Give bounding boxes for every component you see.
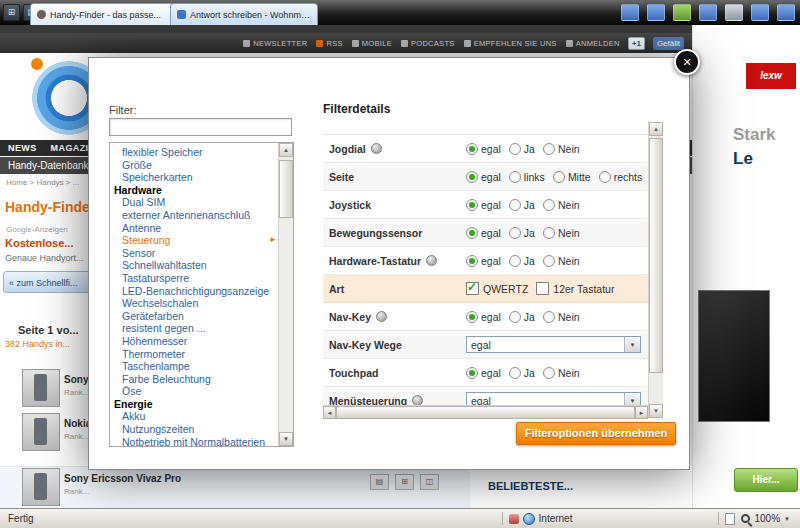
filter-search-input[interactable] [109, 118, 292, 136]
radio-option-joystick-egal[interactable]: egal [466, 199, 501, 211]
radio-option-nav-key-ja[interactable]: Ja [509, 311, 535, 323]
radio-option-touchpad-nein[interactable]: Nein [543, 367, 580, 379]
details-scroll-down-icon[interactable]: ▼ [649, 404, 663, 418]
radio-option-seite-rechts[interactable]: rechts [599, 171, 643, 183]
radio-option-jogdial-ja[interactable]: Ja [509, 143, 535, 155]
checkbox-option-12er-tastatur[interactable]: 12er Tastatur [536, 282, 614, 295]
titlebar-button-5[interactable] [725, 4, 743, 21]
filter-category-led-benachrichtigungsanzeige[interactable]: LED-Benachrichtigungsanzeige [110, 285, 278, 298]
zoom-control[interactable]: 100% ▼ [739, 513, 792, 524]
filter-category-nutzungszeiten[interactable]: Nutzungszeiten [110, 423, 278, 436]
compare-view-icon[interactable]: ◫ [420, 474, 439, 490]
zoom-dropdown-icon[interactable]: ▼ [784, 516, 790, 522]
plusone-button[interactable]: +1 [628, 37, 645, 50]
ad-cta-button[interactable]: Hier... [734, 468, 798, 492]
filter-category-steuerung[interactable]: ►Steuerung [110, 234, 278, 247]
filter-category-antenne[interactable]: Antenne [110, 222, 278, 235]
filter-category-tastatursperre[interactable]: Tastatursperre [110, 272, 278, 285]
list-scrollbar[interactable]: ▲ ▼ [278, 143, 293, 446]
radio-option-jogdial-nein[interactable]: Nein [543, 143, 580, 155]
filter-category-sensor[interactable]: Sensor [110, 247, 278, 260]
radio-option-joystick-ja[interactable]: Ja [509, 199, 535, 211]
checkbox-checked-icon[interactable] [466, 282, 479, 295]
radio-icon[interactable] [509, 199, 521, 211]
radio-selected-icon[interactable] [466, 367, 478, 379]
radio-selected-icon[interactable] [466, 143, 478, 155]
list-view-icon[interactable]: ▤ [370, 474, 389, 490]
grid-view-icon[interactable]: ⊞ [395, 474, 414, 490]
utility-link-newsletter[interactable]: NEWSLETTER [243, 39, 307, 48]
radio-option-nav-key-nein[interactable]: Nein [543, 311, 580, 323]
titlebar-button-2[interactable] [647, 4, 665, 21]
radio-icon[interactable] [543, 143, 555, 155]
close-icon[interactable]: ✕ [674, 49, 700, 75]
details-hscrollbar-thumb[interactable] [336, 406, 635, 419]
titlebar-button-6[interactable] [751, 4, 769, 21]
filter-category-flexibler-speicher[interactable]: flexibler Speicher [110, 146, 278, 159]
list-scrollbar-thumb[interactable] [279, 160, 293, 218]
titlebar-button-1[interactable] [621, 4, 639, 21]
radio-option-nav-key-egal[interactable]: egal [466, 311, 501, 323]
radio-icon[interactable] [543, 199, 555, 211]
info-icon[interactable] [376, 311, 387, 322]
info-icon[interactable] [426, 255, 437, 266]
radio-icon[interactable] [509, 227, 521, 239]
radio-option-touchpad-egal[interactable]: egal [466, 367, 501, 379]
filter-category-taschenlampe[interactable]: Taschenlampe [110, 360, 278, 373]
advertiser-logo[interactable]: lexw [746, 63, 796, 89]
radio-icon[interactable] [553, 171, 565, 183]
radio-option-joystick-nein[interactable]: Nein [543, 199, 580, 211]
radio-icon[interactable] [599, 171, 611, 183]
back-to-quickfinder-button[interactable]: « zum Schnellfi... [3, 271, 91, 293]
details-scrollbar-thumb[interactable] [649, 138, 663, 373]
radio-option-hardware-tastatur-ja[interactable]: Ja [509, 255, 535, 267]
radio-option-hardware-tastatur-nein[interactable]: Nein [543, 255, 580, 267]
filter-category-gr-e[interactable]: Größe [110, 159, 278, 172]
utility-link-anmelden[interactable]: ANMELDEN [566, 39, 620, 48]
filter-category-wechselschalen[interactable]: Wechselschalen [110, 297, 278, 310]
details-scroll-left-icon[interactable]: ◄ [323, 406, 336, 419]
radio-selected-icon[interactable] [466, 171, 478, 183]
ad-product-image[interactable] [698, 290, 770, 422]
details-scrollbar-horizontal[interactable]: ◄ ► [323, 405, 648, 419]
radio-option-bewegungssensor-nein[interactable]: Nein [543, 227, 580, 239]
radio-option-seite-mitte[interactable]: Mitte [553, 171, 591, 183]
filter-category-externer-antennenanschlu[interactable]: externer Antennenanschluß [110, 209, 278, 222]
radio-option-touchpad-ja[interactable]: Ja [509, 367, 535, 379]
radio-selected-icon[interactable] [466, 255, 478, 267]
utility-link-rss[interactable]: RSS [316, 39, 342, 48]
filter-category-se[interactable]: Öse [110, 385, 278, 398]
checkbox-option-qwertz[interactable]: QWERTZ [466, 282, 528, 295]
radio-icon[interactable] [509, 255, 521, 267]
titlebar-button-7[interactable] [777, 4, 795, 21]
radio-selected-icon[interactable] [466, 311, 478, 323]
utility-link-podcasts[interactable]: PODCASTS [401, 39, 455, 48]
radio-option-seite-egal[interactable]: egal [466, 171, 501, 183]
utility-link-empfehlen-sie-uns[interactable]: EMPFEHLEN SIE UNS [464, 39, 557, 48]
checkbox-icon[interactable] [536, 282, 549, 295]
titlebar-button-4[interactable] [699, 4, 717, 21]
radio-option-bewegungssensor-ja[interactable]: Ja [509, 227, 535, 239]
nav-item-news[interactable]: NEWS [8, 143, 37, 153]
apply-filters-button[interactable]: Filteroptionen übernehmen [516, 422, 676, 445]
filter-category-schnellwahltasten[interactable]: Schnellwahltasten [110, 259, 278, 272]
scroll-up-icon[interactable]: ▲ [279, 143, 293, 157]
radio-icon[interactable] [543, 311, 555, 323]
filter-category-resistent-gegen[interactable]: resistent gegen ... [110, 322, 278, 335]
radio-icon[interactable] [543, 255, 555, 267]
filter-category-farbe-beleuchtung[interactable]: Farbe Beleuchtung [110, 373, 278, 386]
filter-category-notbetrieb-mit-normalbatterien[interactable]: Notbetrieb mit Normalbatterien [110, 436, 278, 447]
radio-option-bewegungssensor-egal[interactable]: egal [466, 227, 501, 239]
filter-category-dual-sim[interactable]: Dual SIM [110, 196, 278, 209]
filter-category-ger-tefarben[interactable]: Gerätefarben [110, 310, 278, 323]
browser-tab-2[interactable]: Antwort schreiben - Wohnmo... [170, 3, 318, 25]
radio-selected-icon[interactable] [466, 227, 478, 239]
dropdown-nav-key-wege[interactable]: egal▼ [466, 336, 641, 353]
utility-link-mobile[interactable]: MOBILE [352, 39, 392, 48]
radio-option-hardware-tastatur-egal[interactable]: egal [466, 255, 501, 267]
results-count-link[interactable]: 382 Handys in... [5, 339, 70, 349]
radio-icon[interactable] [543, 227, 555, 239]
radio-icon[interactable] [509, 171, 521, 183]
filter-category-akku[interactable]: Akku [110, 410, 278, 423]
ad-link[interactable]: Kostenlose... [5, 237, 73, 249]
